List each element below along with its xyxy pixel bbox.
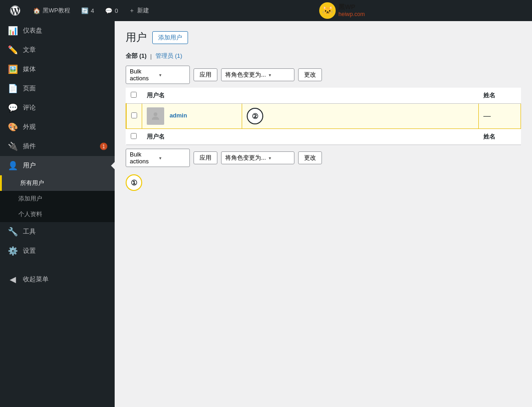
username-value[interactable]: admin: [170, 112, 187, 119]
username-footer: 用户名: [142, 129, 242, 145]
appearance-icon: 🎨: [7, 122, 18, 132]
sidebar-item-posts[interactable]: ✏️ 文章: [0, 40, 115, 60]
sidebar-item-comments[interactable]: 💬 评论: [0, 98, 115, 117]
adminbar-site-name[interactable]: 🏠 黑WP教程: [28, 0, 75, 21]
row-checkbox-cell: [126, 104, 142, 129]
annotation-2-label: ②: [252, 112, 258, 121]
comments-count: 0: [115, 7, 118, 14]
add-user-button[interactable]: 添加用户: [152, 31, 188, 44]
username-cell: admin: [142, 104, 242, 129]
all-users-label: 所有用户: [20, 179, 44, 187]
role-chevron-bottom: ▾: [269, 156, 271, 161]
lastname-header-label: 姓名: [483, 92, 495, 99]
posts-icon: ✏️: [7, 45, 18, 55]
submenu-all-users[interactable]: 所有用户: [0, 175, 115, 191]
annotation-2-badge: ②: [247, 108, 263, 124]
bulk-actions-label-bottom: Bulk actions: [130, 151, 156, 165]
select-all-checkbox-foot[interactable]: [131, 133, 137, 139]
logo-emoji: 🐱: [322, 5, 333, 16]
table-footer-row: 用户名 姓名: [126, 129, 521, 145]
sidebar-item-settings[interactable]: ⚙️ 设置: [0, 241, 115, 261]
adminbar-comments[interactable]: 💬 0: [100, 0, 122, 21]
sidebar-item-collapse[interactable]: ◀ 收起菜单: [0, 270, 115, 289]
row-checkbox-admin[interactable]: [131, 112, 137, 118]
settings-icon: ⚙️: [7, 246, 18, 256]
apply-button-top[interactable]: 应用: [194, 68, 217, 81]
adminbar-updates[interactable]: 🔄 4: [77, 0, 99, 21]
filter-all[interactable]: 全部 (1): [126, 52, 147, 60]
sidebar-item-label: 工具: [23, 228, 36, 236]
sidebar-item-appearance[interactable]: 🎨 外观: [0, 117, 115, 137]
filter-administrator-label: 管理员: [155, 52, 173, 59]
lastname-value: —: [483, 112, 491, 120]
home-icon: 🏠: [33, 7, 40, 14]
page-title: 用户: [126, 30, 147, 45]
dashboard-icon: 📊: [7, 26, 18, 36]
role-select-label-top: 将角色变更为...: [225, 71, 266, 79]
submenu-add-user[interactable]: 添加用户: [0, 191, 115, 206]
bulk-actions-select-bottom[interactable]: Bulk actions ▾: [126, 149, 190, 167]
change-button-top[interactable]: 更改: [298, 68, 322, 81]
apply-button-bottom[interactable]: 应用: [194, 151, 217, 164]
sidebar-item-users[interactable]: 👤 用户: [0, 156, 115, 175]
annotation-1-badge: ①: [126, 174, 142, 191]
site-name-cn: 黑WP: [338, 3, 365, 11]
filter-administrator-count: (1): [175, 52, 183, 59]
site-info: 黑WP heiwp.com: [338, 3, 365, 18]
plugins-icon: 🔌: [7, 141, 18, 151]
new-label: 新建: [137, 6, 149, 15]
select-all-footer: [126, 129, 142, 145]
sidebar-item-tools[interactable]: 🔧 工具: [0, 222, 115, 241]
toolbar-top: Bulk actions ▾ 应用 将角色变更为... ▾ 更改: [126, 66, 521, 84]
username-header: 用户名: [142, 88, 242, 104]
submenu-profile[interactable]: 个人资料: [0, 206, 115, 222]
role-select-bottom[interactable]: 将角色变更为... ▾: [221, 151, 294, 164]
svg-point-1: [154, 112, 157, 116]
annotation-1-wrap: ①: [126, 174, 142, 191]
comments-icon: 💬: [105, 7, 112, 14]
filter-administrator[interactable]: 管理员 (1): [155, 52, 183, 60]
role-select-label-bottom: 将角色变更为...: [225, 154, 266, 162]
sidebar-item-plugins[interactable]: 🔌 插件 1: [0, 137, 115, 156]
comments-nav-icon: 💬: [7, 103, 18, 113]
lastname-header: 姓名: [479, 88, 521, 104]
profile-label: 个人资料: [18, 210, 42, 218]
select-all-header: [126, 88, 142, 104]
change-button-bottom[interactable]: 更改: [298, 151, 322, 164]
updates-icon: 🔄: [81, 7, 89, 14]
site-name-label: 黑WP教程: [43, 6, 70, 15]
sidebar-item-label: 外观: [23, 123, 36, 131]
lastname-footer: 姓名: [479, 129, 521, 145]
admin-menu: 📊 仪表盘 ✏️ 文章 🖼️ 媒体 📄 页面 💬 评论 🎨 外观 🔌 插件 1: [0, 21, 115, 407]
bulk-actions-label-top: Bulk actions: [130, 68, 156, 82]
plus-icon: ＋: [129, 6, 135, 15]
role-chevron-top: ▾: [269, 72, 271, 78]
media-icon: 🖼️: [7, 64, 18, 74]
main-content: 用户 添加用户 全部 (1) | 管理员 (1) Bulk actions ▾ …: [115, 21, 532, 407]
sidebar-item-label: 文章: [23, 46, 36, 54]
adminbar-wp-logo[interactable]: [4, 0, 27, 21]
tools-icon: 🔧: [7, 227, 18, 237]
annotation-1-label: ①: [131, 178, 137, 187]
select-all-checkbox[interactable]: [131, 92, 137, 98]
filter-all-count: (1): [139, 52, 147, 59]
filter-separator: |: [150, 53, 152, 60]
sidebar-item-label: 媒体: [23, 65, 36, 73]
bulk-actions-select-top[interactable]: Bulk actions ▾: [126, 66, 190, 84]
page-title-wrap: 用户 添加用户: [126, 30, 521, 45]
sidebar-item-dashboard[interactable]: 📊 仪表盘: [0, 21, 115, 40]
table-row: admin ② —: [126, 104, 521, 129]
lastname-cell: —: [479, 104, 521, 129]
sidebar-item-pages[interactable]: 📄 页面: [0, 79, 115, 98]
bulk-actions-chevron-bottom: ▾: [159, 156, 186, 161]
users-submenu: 所有用户 添加用户 个人资料: [0, 175, 115, 222]
collapse-label: 收起菜单: [23, 275, 49, 284]
table-header-row: 用户名 姓名: [126, 88, 521, 104]
username-footer-label: 用户名: [147, 133, 165, 140]
pages-icon: 📄: [7, 84, 18, 94]
role-select-top[interactable]: 将角色变更为... ▾: [221, 68, 294, 81]
bulk-actions-chevron-top: ▾: [159, 72, 186, 78]
adminbar-new[interactable]: ＋ 新建: [124, 0, 154, 21]
user-avatar: [147, 107, 164, 125]
sidebar-item-media[interactable]: 🖼️ 媒体: [0, 60, 115, 79]
